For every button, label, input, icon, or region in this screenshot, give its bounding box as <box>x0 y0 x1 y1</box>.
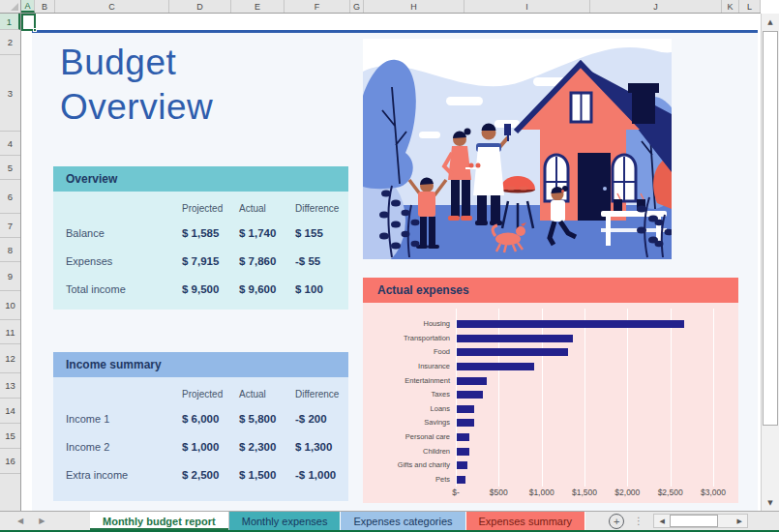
row-header-5[interactable]: 5 <box>0 156 20 180</box>
column-header-f[interactable]: F <box>285 0 350 13</box>
income-table-body: ProjectedActualDifferenceIncome 1$ 6,000… <box>53 377 348 501</box>
income-summary-table: Income summary ProjectedActualDifference… <box>53 352 348 501</box>
selected-cell-a1[interactable] <box>21 14 36 31</box>
add-sheet-button[interactable]: + <box>609 514 624 529</box>
next-sheet-icon[interactable]: ▶ <box>39 517 45 525</box>
chart-header: Actual expenses <box>363 278 738 303</box>
vertical-scrollbar-thumb[interactable] <box>763 31 778 426</box>
report-title-line1: Budget <box>60 41 213 85</box>
row-header-2[interactable]: 2 <box>0 30 20 55</box>
row-header-6[interactable]: 6 <box>0 180 20 214</box>
overview-table-header: Overview <box>53 166 348 192</box>
chart-axis-tick: $1,000 <box>521 487 563 498</box>
horizontal-scrollbar[interactable]: ◀ ▶ <box>653 514 748 528</box>
fill-handle[interactable] <box>33 28 37 32</box>
chart-bar-insurance <box>457 363 534 370</box>
income_table-cell-value: $ 2,500 <box>182 469 239 481</box>
row-header-10[interactable]: 10 <box>0 291 20 320</box>
report-title-line2: Overview <box>60 85 213 130</box>
row-header-4[interactable]: 4 <box>0 132 20 156</box>
sheet-tab-expenses-summary[interactable]: Expenses summary <box>466 512 586 530</box>
sheet-tab-monthly-expenses[interactable]: Monthly expenses <box>229 512 342 530</box>
column-header-g[interactable]: G <box>350 0 364 13</box>
chart-axis-tick: $500 <box>477 487 520 498</box>
column-header-h[interactable]: H <box>364 0 464 13</box>
overview_table-cell-value: $ 1,585 <box>182 227 239 239</box>
row-header-15[interactable]: 15 <box>0 424 20 449</box>
chart-plot-area: HousingTransportationFoodInsuranceEntert… <box>363 303 738 503</box>
scroll-up-icon[interactable]: ▲ <box>762 14 779 30</box>
row-headers: 12345678910111213141516 <box>0 14 21 511</box>
actual-expenses-chart[interactable]: Actual expenses HousingTransportationFoo… <box>363 278 738 503</box>
chart-bar-personal-care <box>457 433 469 441</box>
sheet-tab-expenses-categories[interactable]: Expenses categories <box>341 512 465 530</box>
overview_table-cell-value: $ 100 <box>295 283 348 295</box>
scroll-right-icon[interactable]: ▶ <box>732 515 747 527</box>
scroll-left-icon[interactable]: ◀ <box>654 515 670 527</box>
overview_table-row-expenses: Expenses$ 7,915$ 7,860-$ 55 <box>66 247 348 275</box>
select-all-corner[interactable] <box>0 0 21 14</box>
column-headers: ABCDEFGHIJKL <box>21 0 761 14</box>
column-header-j[interactable]: J <box>590 0 722 13</box>
vertical-scrollbar[interactable]: ▲ ▼ <box>761 14 779 511</box>
row-header-12[interactable]: 12 <box>0 344 20 373</box>
chart-category-label-entertainment: Entertainment <box>363 376 450 386</box>
row-header-3[interactable]: 3 <box>0 55 20 132</box>
overview_table-cell-value: $ 7,860 <box>239 255 295 267</box>
column-header-e[interactable]: E <box>231 0 285 13</box>
overview_table-cell-value: $ 7,915 <box>182 255 239 267</box>
income_table-cell-value: $ 6,000 <box>182 413 239 425</box>
column-header-b[interactable]: B <box>35 0 55 13</box>
row-header-13[interactable]: 13 <box>0 373 20 399</box>
row-header-7[interactable]: 7 <box>0 214 20 238</box>
row-header-14[interactable]: 14 <box>0 399 20 424</box>
overview_table-columns-row: ProjectedActualDifference <box>66 197 348 219</box>
income_table-row-extra-income: Extra income$ 2,500$ 1,500-$ 1,000 <box>66 460 348 488</box>
chart-bar-transportation <box>457 335 573 342</box>
family-house-illustration[interactable] <box>363 39 672 259</box>
column-header-a[interactable]: A <box>21 0 35 13</box>
sheet-nav: ◀ ▶ <box>0 512 90 530</box>
income-table-header: Income summary <box>53 352 348 377</box>
chart-title: Actual expenses <box>377 283 469 297</box>
sheet-tab-label: Expenses summary <box>479 516 573 527</box>
prev-sheet-icon[interactable]: ◀ <box>17 517 23 525</box>
income_table-cell-value: $ 1,000 <box>182 441 239 453</box>
chart-bar-gifts-and-charity <box>457 461 467 469</box>
income_table-row-label: Income 1 <box>66 413 182 425</box>
income_table-column-projected: Projected <box>182 389 239 399</box>
overview_table-row-label: Expenses <box>66 255 182 267</box>
sheet-tabs: Monthly budget reportMonthly expensesExp… <box>90 512 585 530</box>
column-header-i[interactable]: I <box>464 0 590 13</box>
scroll-down-icon[interactable]: ▼ <box>762 494 779 511</box>
column-header-l[interactable]: L <box>739 0 761 13</box>
chart-category-label-gifts-and-charity: Gifts and charity <box>363 460 450 470</box>
row-header-filler <box>0 474 20 511</box>
overview_table-row-label: Balance <box>66 227 182 239</box>
column-header-d[interactable]: D <box>169 0 231 13</box>
chart-category-label-transportation: Transportation <box>363 334 450 343</box>
row-header-1[interactable]: 1 <box>0 14 20 30</box>
sheet-tab-monthly-budget-report[interactable]: Monthly budget report <box>90 512 229 530</box>
row-header-16[interactable]: 16 <box>0 449 20 474</box>
horizontal-scrollbar-thumb[interactable] <box>670 515 718 527</box>
chart-category-label-savings: Savings <box>363 418 450 428</box>
overview_table-row-balance: Balance$ 1,585$ 1,740$ 155 <box>66 219 348 247</box>
row-header-11[interactable]: 11 <box>0 320 20 344</box>
row-header-9[interactable]: 9 <box>0 262 20 291</box>
overview_table-cell-value: $ 9,500 <box>182 283 239 295</box>
more-options-icon[interactable]: ⋮ <box>634 516 644 526</box>
chart-category-label-insurance: Insurance <box>363 362 450 371</box>
sheet-canvas[interactable]: Budget Overview Overview ProjectedActual… <box>21 14 761 511</box>
chart-bar-housing <box>457 320 684 328</box>
chart-category-label-children: Children <box>363 447 450 457</box>
income_table-row-label: Extra income <box>66 469 182 481</box>
horizontal-scrollbar-track[interactable] <box>718 515 732 527</box>
chart-category-label-pets: Pets <box>363 475 450 485</box>
sheet-tab-bar: ◀ ▶ Monthly budget reportMonthly expense… <box>0 511 779 530</box>
column-header-k[interactable]: K <box>722 0 739 13</box>
chart-axis-tick: $- <box>434 487 477 498</box>
column-header-c[interactable]: C <box>55 0 169 13</box>
row-header-8[interactable]: 8 <box>0 238 20 262</box>
sheet-tab-label: Expenses categories <box>353 516 452 527</box>
